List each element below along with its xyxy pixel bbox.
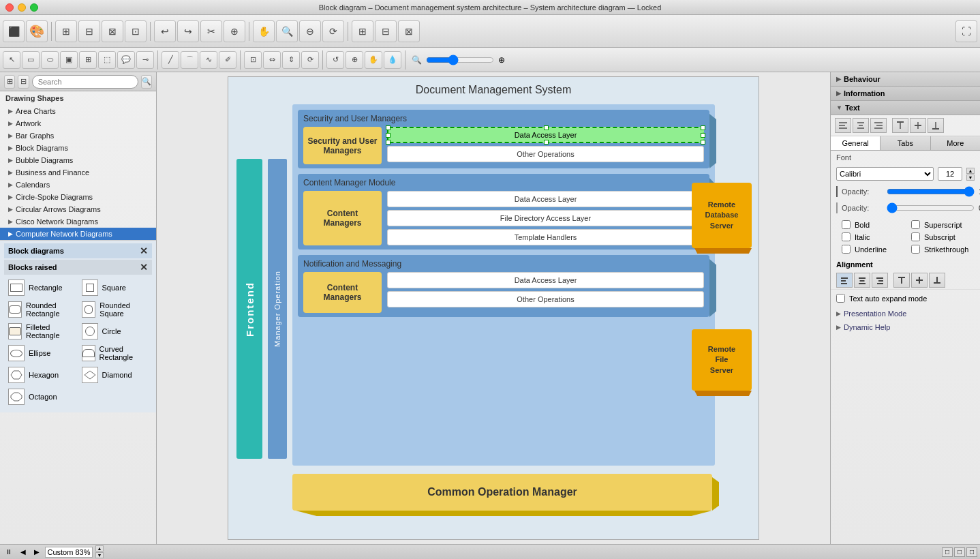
rotate-tool[interactable]: ⟳	[301, 51, 319, 69]
line-tool[interactable]: ╱	[162, 51, 179, 69]
superscript-checkbox[interactable]	[911, 220, 920, 229]
valign-mid-button[interactable]	[911, 273, 928, 288]
font-size-down[interactable]: ▼	[966, 175, 975, 181]
arc-tool[interactable]: ⌒	[181, 51, 198, 69]
color-swatch-2[interactable]	[836, 202, 838, 213]
page-btn-1[interactable]: □	[942, 547, 953, 557]
layout-button[interactable]: ⊟	[78, 20, 100, 42]
strikethrough-checkbox[interactable]	[911, 245, 920, 254]
zoom-fit-button[interactable]: ⊕	[346, 51, 363, 69]
content-op-data-access[interactable]: Data Access Layer	[387, 191, 704, 207]
opacity1-slider[interactable]	[887, 186, 975, 197]
undo-button[interactable]: ↩	[154, 20, 176, 42]
shape-rectangle[interactable]: Rectangle	[5, 277, 78, 298]
dynamic-help-link[interactable]: ▶ Dynamic Help	[831, 320, 980, 334]
bezier-tool[interactable]: ∿	[200, 51, 217, 69]
sidebar-item-bubble-diagrams[interactable]: ▶ Bubble Diagrams	[0, 154, 156, 166]
diagram[interactable]: Document Management System Frontend Mana…	[228, 76, 759, 540]
table-tool[interactable]: ⊞	[79, 51, 97, 69]
align-left-button[interactable]	[836, 273, 853, 288]
font-select[interactable]: Calibri	[836, 167, 934, 181]
shape-curved-rect[interactable]: Curved Rectangle	[79, 343, 151, 363]
security-op-data-access[interactable]: Data Access Layer	[387, 127, 704, 143]
shape-diamond[interactable]: Diamond	[79, 365, 151, 385]
sidebar-item-artwork[interactable]: ▶ Artwork	[0, 117, 156, 130]
shape-circle[interactable]: Circle	[79, 321, 151, 342]
resize-tool[interactable]: ⊡	[244, 51, 262, 69]
zoom-input[interactable]	[45, 547, 93, 558]
tab-more[interactable]: More	[931, 136, 980, 150]
security-op-other[interactable]: Other Operations	[387, 146, 704, 162]
auto-expand-checkbox[interactable]	[836, 294, 845, 303]
select-tool[interactable]: ↖	[3, 51, 20, 69]
freehand-tool[interactable]: ✐	[219, 51, 236, 69]
search-input[interactable]	[32, 75, 138, 89]
shape-square[interactable]: Square	[79, 277, 151, 298]
rotate-button[interactable]: ⟳	[322, 20, 344, 42]
canvas-area[interactable]: Document Management System Frontend Mana…	[157, 72, 830, 544]
bold-checkbox[interactable]	[842, 220, 851, 229]
group-button[interactable]: ⊞	[352, 20, 373, 42]
ungroup-button[interactable]: ⊟	[375, 20, 397, 42]
text-header[interactable]: ▼ Text	[831, 101, 980, 115]
canvas[interactable]: Document Management System Frontend Mana…	[157, 72, 830, 544]
align-button[interactable]: ⊠	[398, 20, 420, 42]
sidebar-item-business[interactable]: ▶ Business and Finance	[0, 166, 156, 179]
sidebar-item-calendars[interactable]: ▶ Calendars	[0, 179, 156, 191]
zoom-out-button[interactable]: ⊖	[299, 20, 321, 42]
presentation-mode-link[interactable]: ▶ Presentation Mode	[831, 307, 980, 320]
content-op-template[interactable]: Template Handlers	[387, 229, 704, 245]
container-tool[interactable]: ⬚	[98, 51, 116, 69]
flip-h-tool[interactable]: ⇔	[263, 51, 281, 69]
color-swatch-1[interactable]	[836, 186, 838, 197]
zoom-slider[interactable]	[426, 55, 494, 65]
search-button[interactable]: 🔍	[141, 75, 152, 89]
format-valign-mid-icon[interactable]	[910, 118, 926, 133]
close-button[interactable]	[5, 3, 14, 12]
subpanel-close1[interactable]: ✕	[140, 245, 148, 256]
hand-tool[interactable]: ✋	[365, 51, 382, 69]
nav-prev-button[interactable]: ◀	[18, 547, 29, 557]
cut-button[interactable]: ✂	[200, 20, 222, 42]
sidebar-item-area-charts[interactable]: ▶ Area Charts	[0, 105, 156, 117]
nav-next-button[interactable]: ▶	[31, 547, 42, 557]
subscript-checkbox[interactable]	[911, 232, 920, 241]
format-align-center-icon[interactable]	[853, 118, 869, 133]
shape-octagon[interactable]: Octagon	[5, 387, 78, 407]
sidebar-item-circle-spoke[interactable]: ▶ Circle-Spoke Diagrams	[0, 191, 156, 203]
subpanel-close2[interactable]: ✕	[140, 262, 148, 273]
sidebar-item-block-diagrams[interactable]: ▶ Block Diagrams	[0, 142, 156, 154]
minimize-button[interactable]	[18, 3, 26, 12]
opacity2-slider[interactable]	[887, 202, 975, 213]
flip-v-tool[interactable]: ⇕	[282, 51, 300, 69]
tab-tabs[interactable]: Tabs	[881, 136, 930, 150]
page-btn-2[interactable]: □	[954, 547, 965, 557]
information-header[interactable]: ▶ Information	[831, 87, 980, 101]
ellipse-tool[interactable]: ⬭	[41, 51, 59, 69]
sidebar-item-cisco[interactable]: ▶ Cisco Network Diagrams	[0, 215, 156, 228]
italic-checkbox[interactable]	[842, 232, 851, 241]
grid-view-button[interactable]: ⊟	[18, 75, 29, 89]
maximize-button[interactable]	[30, 3, 38, 12]
eyedrop-tool[interactable]: 💧	[384, 51, 401, 69]
align-center-button[interactable]	[854, 273, 870, 288]
view-toggle-button[interactable]: ⊞	[4, 75, 15, 89]
zoom-down-arrow[interactable]: ▼	[95, 552, 104, 558]
align-right-button[interactable]	[872, 273, 888, 288]
shape-rounded-rect[interactable]: Rounded Rectangle	[5, 299, 78, 320]
sidebar-item-computer-network[interactable]: ▶ Computer Network Diagrams	[0, 228, 156, 240]
format-align-right-icon[interactable]	[870, 118, 887, 133]
rect-tool[interactable]: ▭	[22, 51, 40, 69]
zoom-in-button[interactable]: 🔍	[276, 20, 298, 42]
pan-button[interactable]: ✋	[253, 20, 275, 42]
notification-op-data-access[interactable]: Data Access Layer	[387, 272, 704, 288]
zoom-up-arrow[interactable]: ▲	[95, 545, 104, 552]
tab-general[interactable]: General	[831, 136, 881, 150]
behaviour-header[interactable]: ▶ Behaviour	[831, 72, 980, 87]
arrange-button[interactable]: ⊠	[102, 20, 123, 42]
color-button[interactable]: 🎨	[26, 20, 48, 42]
valign-top-button[interactable]	[893, 273, 910, 288]
format-align-left-icon[interactable]	[835, 118, 851, 133]
sidebar-item-bar-graphs[interactable]: ▶ Bar Graphs	[0, 130, 156, 142]
shape-filleted-rect[interactable]: Filleted Rectangle	[5, 321, 78, 342]
